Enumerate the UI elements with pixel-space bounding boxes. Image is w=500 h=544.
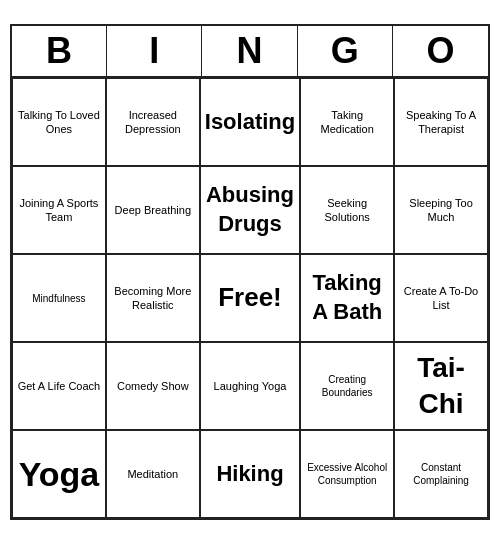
bingo-cell[interactable]: Creating Boundaries — [300, 342, 394, 430]
bingo-cell[interactable]: Increased Depression — [106, 78, 200, 166]
bingo-cell[interactable]: Taking A Bath — [300, 254, 394, 342]
header-letter: B — [12, 26, 107, 76]
header-letter: N — [202, 26, 297, 76]
bingo-cell[interactable]: Abusing Drugs — [200, 166, 300, 254]
bingo-cell[interactable]: Create A To-Do List — [394, 254, 488, 342]
bingo-cell[interactable]: Becoming More Realistic — [106, 254, 200, 342]
bingo-cell[interactable]: Mindfulness — [12, 254, 106, 342]
bingo-cell[interactable]: Meditation — [106, 430, 200, 518]
bingo-cell[interactable]: Get A Life Coach — [12, 342, 106, 430]
bingo-header: BINGO — [12, 26, 488, 78]
bingo-cell[interactable]: Taking Medication — [300, 78, 394, 166]
bingo-grid: Talking To Loved OnesIncreased Depressio… — [12, 78, 488, 518]
header-letter: O — [393, 26, 488, 76]
bingo-cell[interactable]: Excessive Alcohol Consumption — [300, 430, 394, 518]
header-letter: I — [107, 26, 202, 76]
bingo-cell[interactable]: Talking To Loved Ones — [12, 78, 106, 166]
bingo-cell[interactable]: Deep Breathing — [106, 166, 200, 254]
bingo-cell[interactable]: Free! — [200, 254, 300, 342]
header-letter: G — [298, 26, 393, 76]
bingo-cell[interactable]: Seeking Solutions — [300, 166, 394, 254]
bingo-cell[interactable]: Speaking To A Therapist — [394, 78, 488, 166]
bingo-cell[interactable]: Comedy Show — [106, 342, 200, 430]
bingo-cell[interactable]: Isolating — [200, 78, 300, 166]
bingo-cell[interactable]: Hiking — [200, 430, 300, 518]
bingo-cell[interactable]: Yoga — [12, 430, 106, 518]
bingo-cell[interactable]: Joining A Sports Team — [12, 166, 106, 254]
bingo-cell[interactable]: Constant Complaining — [394, 430, 488, 518]
bingo-cell[interactable]: Laughing Yoga — [200, 342, 300, 430]
bingo-card: BINGO Talking To Loved OnesIncreased Dep… — [10, 24, 490, 520]
bingo-cell[interactable]: Tai-Chi — [394, 342, 488, 430]
bingo-cell[interactable]: Sleeping Too Much — [394, 166, 488, 254]
